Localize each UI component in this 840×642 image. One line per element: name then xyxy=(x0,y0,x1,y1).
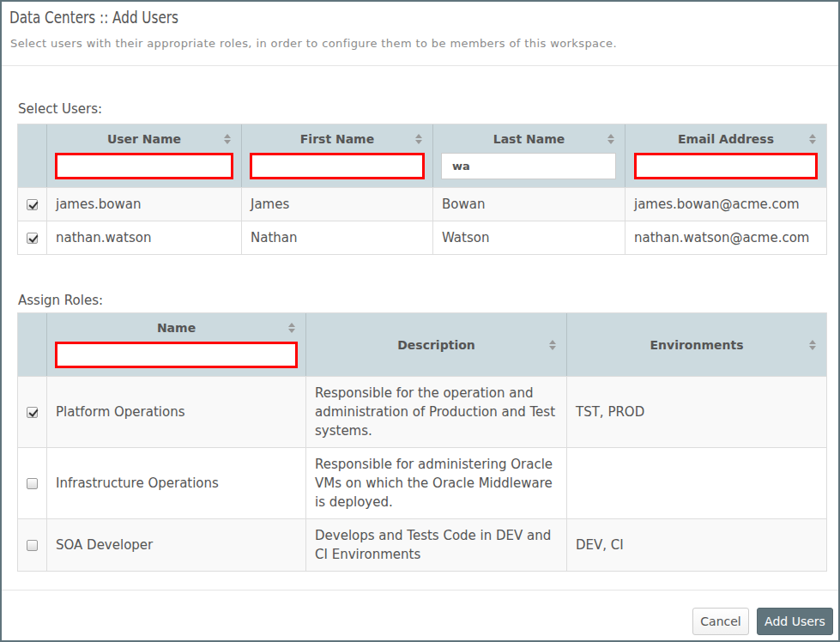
first-name-filter-input[interactable] xyxy=(250,153,425,179)
role-name-cell: Infrastructure Operations xyxy=(46,447,305,518)
first-name-cell: James xyxy=(241,187,432,221)
add-users-dialog: Data Centers :: Add Users Select users w… xyxy=(0,0,840,642)
role-environments-cell: DEV, CI xyxy=(566,518,826,571)
select-users-label: Select Users: xyxy=(18,101,827,117)
email-address-cell: nathan.watson@acme.com xyxy=(625,221,826,254)
role-name-column-header[interactable]: Name xyxy=(46,313,305,376)
cancel-button[interactable]: Cancel xyxy=(692,608,749,635)
role-environments-cell: TST, PROD xyxy=(566,376,826,447)
sort-icon[interactable] xyxy=(224,134,231,144)
first-name-cell: Nathan xyxy=(241,221,432,254)
role-description-cell: Responsible for the operation and admini… xyxy=(305,376,566,447)
users-table-header-row: User Name First Name Last Name Email Add… xyxy=(18,124,826,187)
sort-icon[interactable] xyxy=(607,134,614,144)
role-name-filter-input[interactable] xyxy=(55,342,298,368)
role-row-checkbox-cell xyxy=(18,518,46,571)
last-name-column-header[interactable]: Last Name xyxy=(432,124,625,187)
role-row-checkbox[interactable] xyxy=(27,407,38,418)
roles-table: Name Description Environments Platform O… xyxy=(17,312,827,572)
dialog-title: Data Centers :: Add Users xyxy=(9,7,178,27)
environments-column-header[interactable]: Environments xyxy=(566,313,826,376)
user-name-filter-input[interactable] xyxy=(55,153,233,179)
user-row: james.bowanJamesBowanjames.bowan@acme.co… xyxy=(18,187,826,221)
role-name-cell: Platform Operations xyxy=(46,376,305,447)
dialog-content: Select Users: User Name First Name xyxy=(17,101,827,572)
sort-icon[interactable] xyxy=(809,134,816,144)
user-name-column-label: User Name xyxy=(107,132,181,146)
role-row-checkbox[interactable] xyxy=(27,540,38,551)
user-name-cell: nathan.watson xyxy=(46,221,241,254)
role-row: Platform OperationsResponsible for the o… xyxy=(18,376,826,447)
assign-roles-label: Assign Roles: xyxy=(18,293,827,308)
user-name-cell: james.bowan xyxy=(46,187,241,221)
first-name-column-label: First Name xyxy=(300,132,374,146)
users-table: User Name First Name Last Name Email Add… xyxy=(17,124,827,255)
first-name-column-header[interactable]: First Name xyxy=(241,124,432,187)
last-name-cell: Watson xyxy=(432,221,625,254)
role-row-checkbox-cell xyxy=(18,376,46,447)
add-users-button[interactable]: Add Users xyxy=(757,608,833,635)
sort-icon[interactable] xyxy=(809,340,816,350)
role-description-cell: Develops and Tests Code in DEV and CI En… xyxy=(305,518,566,571)
email-address-column-header[interactable]: Email Address xyxy=(625,124,826,187)
roles-select-column-header xyxy=(18,313,46,376)
role-name-cell: SOA Developer xyxy=(46,518,305,571)
description-column-label: Description xyxy=(397,338,475,352)
role-description-cell: Responsible for administering Oracle VMs… xyxy=(305,447,566,518)
sort-icon[interactable] xyxy=(288,323,295,333)
user-row-checkbox-cell xyxy=(18,187,46,221)
user-name-column-header[interactable]: User Name xyxy=(46,124,241,187)
email-address-filter-input[interactable] xyxy=(634,153,818,179)
user-row-checkbox-cell xyxy=(18,221,46,254)
user-row: nathan.watsonNathanWatsonnathan.watson@a… xyxy=(18,221,826,254)
dialog-subtitle: Select users with their appropriate role… xyxy=(10,36,830,51)
email-address-cell: james.bowan@acme.com xyxy=(625,187,826,221)
role-environments-cell xyxy=(566,447,826,518)
dialog-footer: Cancel Add Users xyxy=(2,590,838,635)
user-row-checkbox[interactable] xyxy=(27,199,38,210)
user-row-checkbox[interactable] xyxy=(27,233,38,244)
role-row: SOA DeveloperDevelops and Tests Code in … xyxy=(18,518,826,571)
sort-icon[interactable] xyxy=(549,340,556,350)
description-column-header[interactable]: Description xyxy=(305,313,566,376)
last-name-column-label: Last Name xyxy=(493,132,565,146)
sort-icon[interactable] xyxy=(415,134,422,144)
last-name-filter-input[interactable] xyxy=(441,153,616,179)
users-select-column-header xyxy=(18,124,46,187)
environments-column-label: Environments xyxy=(650,338,743,352)
role-row-checkbox-cell xyxy=(18,447,46,518)
role-name-column-label: Name xyxy=(157,321,196,335)
roles-table-header-row: Name Description Environments xyxy=(18,313,826,376)
role-row: Infrastructure OperationsResponsible for… xyxy=(18,447,826,518)
role-row-checkbox[interactable] xyxy=(27,478,38,489)
dialog-header: Data Centers :: Add Users Select users w… xyxy=(2,2,838,66)
last-name-cell: Bowan xyxy=(432,187,625,221)
email-address-column-label: Email Address xyxy=(678,132,774,146)
